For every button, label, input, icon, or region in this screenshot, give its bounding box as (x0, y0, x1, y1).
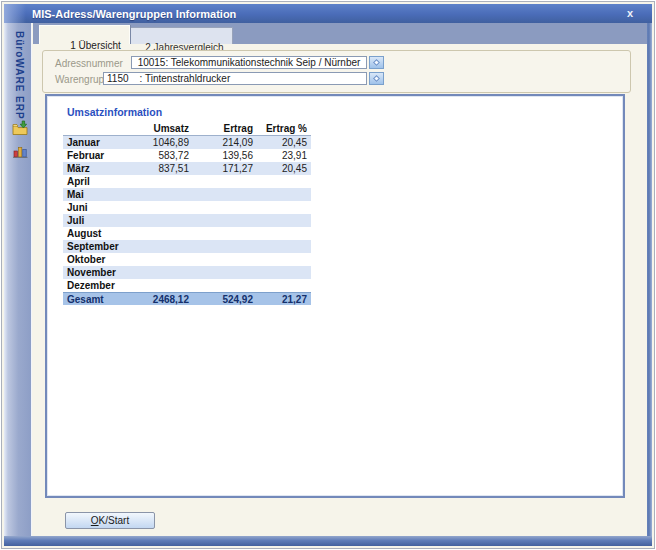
row-label: Dezember (63, 280, 127, 291)
row-umsatz: 583,72 (127, 150, 193, 161)
row-pct: 23,91 (257, 150, 311, 161)
brand-sidebar: BüroWARE ERP (8, 23, 32, 536)
total-pct: 21,27 (257, 294, 311, 305)
row-pct: 20,45 (257, 137, 311, 148)
row-label: August (63, 228, 127, 239)
ok-start-button[interactable]: OK/Start (65, 512, 155, 529)
row-ertrag: 171,27 (193, 163, 257, 174)
row-label: Mai (63, 189, 127, 200)
folder-export-icon[interactable] (11, 120, 29, 136)
total-umsatz: 2468,12 (127, 294, 193, 305)
col-umsatz-header: Umsatz (127, 123, 193, 134)
table-row: März 837,51 171,27 20,45 (63, 162, 311, 175)
table-row: Juni (63, 201, 311, 214)
panel-title: Umsatzinformation (67, 106, 162, 118)
window-frame-bottom (4, 536, 652, 546)
titlebar: MIS-Adress/Warengruppen Information x (4, 4, 652, 23)
picker-diamond-icon (373, 59, 380, 66)
table-row: Dezember (63, 279, 311, 292)
col-ertrag-pct-header: Ertrag % (257, 123, 311, 134)
app-window: MIS-Adress/Warengruppen Information x Bü… (1, 1, 655, 549)
row-pct: 20,45 (257, 163, 311, 174)
row-label: Januar (63, 137, 127, 148)
ok-start-label: K/Start (99, 515, 130, 526)
adressnummer-picker-button[interactable] (369, 56, 384, 69)
close-icon[interactable]: x (622, 5, 638, 21)
table-row: Juli (63, 214, 311, 227)
brand-label: BüroWARE ERP (14, 31, 25, 120)
tab-uebersicht-label: 1 Übersicht (70, 40, 121, 51)
tab-uebersicht[interactable]: 1 Übersicht (39, 25, 130, 44)
adressnummer-field[interactable]: 10015: Telekommunikationstechnik Seip / … (131, 56, 367, 69)
row-label: Juli (63, 215, 127, 226)
adressnummer-label: Adressnummer (55, 58, 123, 69)
table-header-row: Umsatz Ertrag Ertrag % (63, 122, 311, 136)
row-ertrag: 214,09 (193, 137, 257, 148)
ok-start-accesskey: O (91, 515, 99, 526)
total-label: Gesamt (63, 294, 127, 305)
tab-strip: 1 Übersicht 2 Jahresvergleich (33, 23, 647, 44)
table-row: Januar 1046,89 214,09 20,45 (63, 136, 311, 149)
table-row: April (63, 175, 311, 188)
row-label: März (63, 163, 127, 174)
filter-groupbox: Adressnummer 10015: Telekommunikationste… (42, 50, 631, 93)
umsatz-table: Umsatz Ertrag Ertrag % Januar 1046,89 21… (63, 122, 311, 305)
window-title: MIS-Adress/Warengruppen Information (32, 8, 236, 20)
table-total-row: Gesamt 2468,12 524,92 21,27 (63, 292, 311, 305)
client-area: 1 Übersicht 2 Jahresvergleich Adressnumm… (33, 23, 647, 536)
warengruppe-field[interactable]: 1150 : Tintenstrahldrucker (103, 72, 367, 85)
row-label: November (63, 267, 127, 278)
row-label: April (63, 176, 127, 187)
row-label: Juni (63, 202, 127, 213)
umsatz-panel: Umsatzinformation Umsatz Ertrag Ertrag %… (45, 94, 625, 498)
table-row: September (63, 240, 311, 253)
table-row: Mai (63, 188, 311, 201)
table-row: November (63, 266, 311, 279)
warengruppe-picker-button[interactable] (369, 72, 384, 85)
picker-diamond-icon (373, 75, 380, 82)
chart-icon[interactable] (11, 143, 29, 159)
row-ertrag: 139,56 (193, 150, 257, 161)
row-label: Februar (63, 150, 127, 161)
tab-jahresvergleich[interactable]: 2 Jahresvergleich (114, 27, 233, 44)
table-row: Oktober (63, 253, 311, 266)
row-umsatz: 837,51 (127, 163, 193, 174)
table-row: Februar 583,72 139,56 23,91 (63, 149, 311, 162)
row-label: September (63, 241, 127, 252)
table-row: August (63, 227, 311, 240)
total-ertrag: 524,92 (193, 294, 257, 305)
row-umsatz: 1046,89 (127, 137, 193, 148)
row-label: Oktober (63, 254, 127, 265)
col-ertrag-header: Ertrag (193, 123, 257, 134)
